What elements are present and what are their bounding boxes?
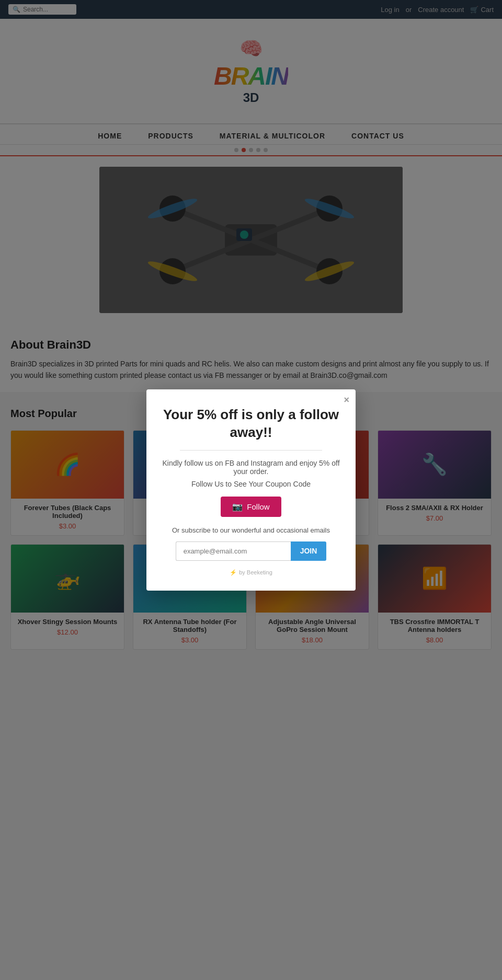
popup-modal: × Your 5% off is only a follow away!! Ki… — [146, 389, 356, 591]
popup-title: Your 5% off is only a follow away!! — [162, 406, 340, 442]
popup-subtitle: Kindly follow us on FB and Instagram and… — [162, 459, 340, 476]
beeketing-text: by Beeketing — [239, 569, 272, 575]
instagram-icon: 📷 — [232, 502, 243, 512]
beeketing-icon: ⚡ — [230, 569, 237, 576]
popup-or-text: Or subscribe to our wonderful and occasi… — [162, 526, 340, 534]
email-input[interactable] — [176, 541, 291, 561]
popup-follow-text: Follow Us to See Your Coupon Code — [162, 480, 340, 488]
beeketing-link[interactable]: ⚡ by Beeketing — [162, 569, 340, 576]
follow-label: Follow — [247, 502, 269, 511]
join-button[interactable]: JOIN — [291, 541, 327, 561]
email-row: JOIN — [162, 541, 340, 561]
popup-divider — [180, 450, 322, 451]
follow-button[interactable]: 📷 Follow — [221, 497, 281, 517]
popup-close-button[interactable]: × — [344, 395, 349, 406]
popup-overlay[interactable]: × Your 5% off is only a follow away!! Ki… — [0, 0, 502, 676]
